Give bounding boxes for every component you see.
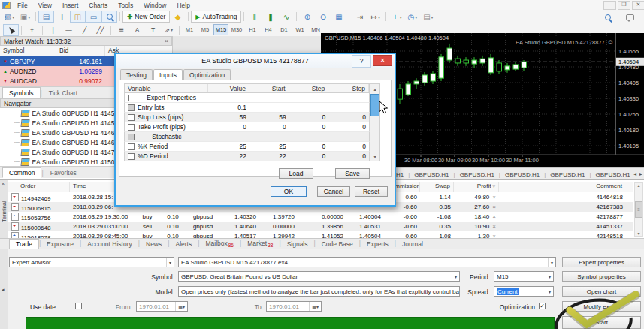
new-order-button[interactable]: ✚ New Order: [122, 11, 170, 23]
timeframe-d1[interactable]: D1: [277, 24, 292, 35]
metaeditor-icon[interactable]: ◆: [170, 11, 186, 23]
close-position-icon[interactable]: ×: [492, 233, 496, 238]
dialog-help-button[interactable]: ?: [352, 55, 371, 68]
column-order[interactable]: Order: [8, 182, 70, 192]
input-checkbox[interactable]: [128, 124, 135, 131]
column-variable[interactable]: Variable: [125, 84, 208, 92]
tester-symbol-select[interactable]: GBPUSD, Great Britain Pound vs US Dollar…: [178, 271, 460, 282]
zoom-out-icon[interactable]: ⊖: [315, 11, 331, 23]
zoom-in-icon[interactable]: ⊕: [299, 11, 315, 23]
tab-news[interactable]: News: [140, 240, 168, 249]
timeframe-m30[interactable]: M30: [229, 24, 244, 35]
column-swap[interactable]: Swap: [420, 182, 454, 192]
dialog-tab-testing[interactable]: Testing: [120, 69, 153, 80]
tab-mailbox[interactable]: Mailbox86: [199, 239, 240, 249]
order-row[interactable]: 1150006482018.03.29 03:00:00sell0.10gbpu…: [8, 222, 633, 231]
column-stop[interactable]: Stop: [328, 84, 369, 92]
tab-market[interactable]: Market38: [241, 239, 279, 249]
text-tool-icon[interactable]: A: [129, 24, 145, 36]
timeframe-m5[interactable]: M5: [198, 24, 213, 35]
column-profit[interactable]: Profit▿: [454, 182, 499, 192]
channel-tool-icon[interactable]: ╱╱: [92, 24, 108, 36]
open-chart-button[interactable]: Open chart: [562, 286, 641, 297]
terminal-close-icon[interactable]: ×: [2, 181, 5, 186]
input-checkbox[interactable]: [128, 143, 135, 150]
input-row[interactable]: Stop Loss (pips)595900: [124, 113, 370, 122]
fibonacci-tool-icon[interactable]: ≣: [113, 24, 129, 36]
chart-tabs-scroll-left-icon[interactable]: ◂: [633, 171, 636, 177]
scroll-up-icon[interactable]: ▴: [373, 84, 376, 93]
input-row[interactable]: Take Profit (pips)0000: [124, 122, 370, 132]
reset-button[interactable]: Reset: [355, 186, 388, 197]
modify-expert-button[interactable]: Modify expert: [562, 301, 641, 312]
tile-windows-icon[interactable]: ▦: [331, 11, 346, 23]
chart-tab[interactable]: GBPUSD,H1: [500, 170, 544, 179]
market-watch-close-icon[interactable]: ×: [165, 38, 168, 44]
tester-spread-select[interactable]: Current▾: [494, 286, 554, 297]
tab-code-base[interactable]: Code Base: [316, 240, 359, 249]
timeframe-w1[interactable]: W1: [292, 24, 307, 35]
save-button[interactable]: Save: [335, 168, 370, 179]
input-checkbox[interactable]: [128, 153, 135, 160]
tab-alerts[interactable]: Alerts: [169, 240, 198, 249]
chart-tab[interactable]: GBPUSD,H1: [410, 170, 453, 179]
tab-common[interactable]: Common: [2, 167, 41, 178]
minimize-button[interactable]: –: [603, 1, 616, 10]
dialog-title-bar[interactable]: EA Studio GBPUSD M15 42178877 ? ✕: [116, 54, 395, 68]
timeframe-m15[interactable]: M15: [213, 24, 228, 35]
close-position-icon[interactable]: ×: [492, 204, 496, 210]
horizontal-line-tool-icon[interactable]: —: [61, 24, 77, 36]
restore-button[interactable]: ❐: [618, 1, 630, 10]
terminal-scrollbar-thumb[interactable]: ≡: [635, 201, 642, 218]
auto-scroll-icon[interactable]: ⇥: [352, 11, 367, 23]
crosshair-tool-icon[interactable]: +: [24, 24, 40, 36]
tester-type-select[interactable]: Expert Advisor▾: [9, 257, 174, 267]
input-row[interactable]: Entry lots0.1: [124, 103, 370, 113]
dialog-tab-inputs[interactable]: Inputs: [153, 69, 183, 80]
column-symbol[interactable]: Symbol: [0, 46, 56, 56]
start-button[interactable]: Start: [562, 316, 641, 329]
to-date-field[interactable]: 1970.01.01 ▦▾: [266, 301, 322, 312]
input-checkbox[interactable]: [128, 104, 135, 111]
tester-period-select[interactable]: M15▾: [494, 271, 554, 282]
tab-favorites[interactable]: Favorites: [44, 167, 83, 178]
menu-tools[interactable]: Tools: [113, 2, 138, 9]
templates-icon[interactable]: ▤▾: [420, 11, 436, 23]
data-window-icon[interactable]: ✛: [54, 11, 70, 23]
terminal-icon[interactable]: ▭: [86, 11, 101, 23]
tab-tick-chart[interactable]: Tick Chart: [42, 87, 84, 98]
input-checkbox[interactable]: [128, 134, 135, 140]
periods-icon[interactable]: ◷▾: [404, 11, 420, 23]
input-row[interactable]: %K Period252500: [124, 142, 370, 152]
tab-experts[interactable]: Experts: [361, 240, 395, 249]
profiles-icon[interactable]: ▣▾: [17, 11, 33, 23]
chart-tab[interactable]: GBPUSD,H1: [455, 170, 499, 179]
label-tool-icon[interactable]: T: [145, 24, 161, 36]
new-chart-icon[interactable]: ▧▾: [2, 11, 17, 23]
load-button[interactable]: Load: [279, 168, 313, 179]
close-position-icon[interactable]: ×: [492, 213, 496, 220]
menu-charts[interactable]: Charts: [83, 2, 113, 9]
line-chart-icon[interactable]: ∿: [278, 11, 294, 23]
tab-symbols[interactable]: Symbols: [2, 87, 41, 98]
candlestick-chart-icon[interactable]: ❚: [262, 11, 278, 23]
order-row[interactable]: 1150537562018.03.29 19:30:00buy0.10gbpus…: [8, 212, 633, 222]
timeframe-m1[interactable]: M1: [182, 24, 197, 35]
column-step[interactable]: Step: [289, 84, 329, 92]
menu-help[interactable]: Help: [171, 2, 195, 9]
tester-expert-select[interactable]: EA Studio GBPUSD M15 42178877.ex4▾: [178, 257, 556, 267]
symbol-properties-button[interactable]: Symbol properties: [562, 271, 641, 282]
column-comment[interactable]: Comment: [499, 182, 633, 192]
close-position-icon[interactable]: ×: [492, 223, 496, 230]
terminal-scrollbar[interactable]: ▴ ≡ ▾: [634, 182, 643, 237]
market-watch-icon[interactable]: ▤: [38, 11, 54, 23]
strategy-tester-icon[interactable]: [101, 11, 117, 23]
cursor-tool-icon[interactable]: [3, 24, 19, 36]
timeframe-h1[interactable]: H1: [245, 24, 260, 35]
close-button[interactable]: ✕: [632, 1, 644, 10]
scroll-up-icon[interactable]: ▴: [637, 183, 639, 188]
tester-collapse-icon[interactable]: ◂: [2, 287, 5, 293]
dialog-tab-optimization[interactable]: Optimization: [183, 69, 231, 80]
scroll-down-icon[interactable]: ▾: [373, 152, 376, 161]
column-bid[interactable]: Bid: [56, 46, 105, 56]
